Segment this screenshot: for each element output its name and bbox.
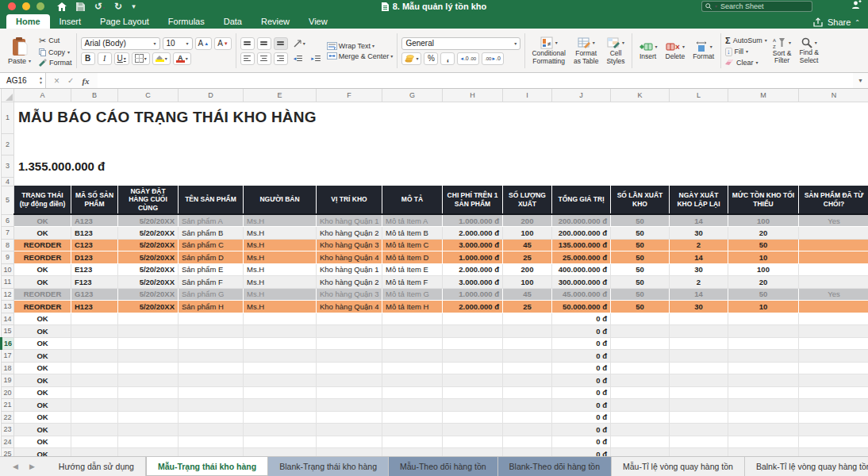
cell-A20[interactable]: OK xyxy=(14,386,71,399)
cell-I6[interactable]: 200 xyxy=(503,214,552,227)
cell-H7[interactable]: 2.000.000 đ xyxy=(443,227,503,240)
cell-D7[interactable]: Sản phẩm B xyxy=(179,227,244,240)
cell-G8[interactable]: Mô tả Item C xyxy=(382,239,443,251)
cell-L24[interactable] xyxy=(670,436,728,448)
cell-K24[interactable] xyxy=(611,436,670,448)
row-header-9[interactable]: 9 xyxy=(2,251,14,264)
cell-K8[interactable]: 50 xyxy=(611,239,670,251)
cell-F16[interactable] xyxy=(317,337,382,350)
cell-N19[interactable] xyxy=(799,374,868,387)
cell-L19[interactable] xyxy=(670,374,728,387)
close-window-button[interactable] xyxy=(8,2,16,10)
cell-H13[interactable]: 2.000.000 đ xyxy=(443,301,503,313)
ribbon-options-icon[interactable]: ▾ xyxy=(132,3,136,10)
cell-J9[interactable]: 25.000.000 đ xyxy=(552,251,611,264)
cell-E12[interactable]: Ms.H xyxy=(244,288,317,301)
cell-E20[interactable] xyxy=(244,386,317,399)
cell-L10[interactable]: 30 xyxy=(670,263,728,276)
cell-K6[interactable]: 50 xyxy=(611,214,670,227)
table-header-C[interactable]: NGÀY ĐẶT HÀNG CUỐI CÙNG xyxy=(118,186,179,214)
cell-G21[interactable] xyxy=(382,399,443,412)
increase-font-button[interactable]: A▲ xyxy=(195,37,213,50)
cell-L18[interactable] xyxy=(670,362,728,374)
cell-H8[interactable]: 3.000.000 đ xyxy=(443,239,503,251)
cell-A22[interactable]: OK xyxy=(14,411,71,424)
cell-G10[interactable]: Mô tả Item E xyxy=(382,263,443,276)
cell-I9[interactable]: 25 xyxy=(503,251,552,264)
cell-B14[interactable] xyxy=(71,313,118,325)
col-header-E[interactable]: E xyxy=(244,89,317,102)
cell-N8[interactable] xyxy=(799,239,868,251)
borders-button[interactable]: ▾ xyxy=(132,52,150,65)
expand-formula-bar-icon[interactable]: ▼ xyxy=(853,78,868,83)
cell-M15[interactable] xyxy=(728,325,799,338)
cell-I19[interactable] xyxy=(503,374,552,387)
cell-F21[interactable] xyxy=(317,399,382,412)
cell-L25[interactable] xyxy=(670,448,728,457)
cell-C20[interactable] xyxy=(118,386,179,399)
cell-I22[interactable] xyxy=(503,411,552,424)
cell-C24[interactable] xyxy=(118,436,179,448)
cell-K12[interactable]: 50 xyxy=(611,288,670,301)
cell-D22[interactable] xyxy=(179,411,244,424)
row-header-7[interactable]: 7 xyxy=(2,227,14,240)
cell-C23[interactable] xyxy=(118,424,179,436)
cell-F22[interactable] xyxy=(317,411,382,424)
col-header-C[interactable]: C xyxy=(118,89,179,102)
cell-C13[interactable]: 5/20/20XX xyxy=(118,301,179,313)
cell-I23[interactable] xyxy=(503,424,552,436)
cell-styles-button[interactable]: ▾ Cell Styles xyxy=(604,36,627,65)
find-select-button[interactable]: ▾ Find & Select xyxy=(797,37,821,64)
cell-H22[interactable] xyxy=(443,411,503,424)
cell-G11[interactable]: Mô tả Item F xyxy=(382,276,443,289)
delete-cells-button[interactable]: ×▾ Delete xyxy=(663,41,688,60)
cell-I10[interactable]: 200 xyxy=(503,263,552,276)
total-value[interactable]: 1.355.000.000 đ xyxy=(14,155,244,177)
col-header-F[interactable]: F xyxy=(317,89,382,102)
decrease-indent-button[interactable]: ◂ xyxy=(290,52,306,65)
row-header-14[interactable]: 14 xyxy=(2,313,14,325)
table-header-H[interactable]: CHI PHÍ TRÊN 1 SẢN PHẨM xyxy=(443,186,503,214)
cell-E25[interactable] xyxy=(244,448,317,457)
minimize-window-button[interactable] xyxy=(22,2,30,10)
cell-L22[interactable] xyxy=(670,411,728,424)
col-header-D[interactable]: D xyxy=(179,89,244,102)
cell-N6[interactable]: Yes xyxy=(799,214,868,227)
cell-C11[interactable]: 5/20/20XX xyxy=(118,276,179,289)
table-header-E[interactable]: NGƯỜI BÁN xyxy=(244,186,317,214)
conditional-formatting-button[interactable]: ≠▾ Conditional Formatting xyxy=(529,36,568,65)
row-header-19[interactable]: 19 xyxy=(2,374,14,387)
cell-M7[interactable]: 20 xyxy=(728,227,799,240)
cell-I16[interactable] xyxy=(503,337,552,350)
cell-K13[interactable]: 50 xyxy=(611,301,670,313)
cell-A11[interactable]: OK xyxy=(14,276,71,289)
cell-F19[interactable] xyxy=(317,374,382,387)
sheet-tab-active[interactable]: Mẫu-Trạng thái kho hàng xyxy=(146,457,268,476)
cell-B7[interactable]: B123 xyxy=(71,227,118,240)
cell-F12[interactable]: Kho hàng Quận 3 xyxy=(317,288,382,301)
currency-button[interactable]: ▾ xyxy=(401,52,421,65)
report-title[interactable]: MẪU BÁO CÁO TRẠNG THÁI KHO HÀNG xyxy=(14,102,382,133)
cell-A24[interactable]: OK xyxy=(14,436,71,448)
cell-F23[interactable] xyxy=(317,424,382,436)
cell-C14[interactable] xyxy=(118,313,179,325)
cell-E16[interactable] xyxy=(244,337,317,350)
cell-E21[interactable] xyxy=(244,399,317,412)
cell-L16[interactable] xyxy=(670,337,728,350)
cell-D18[interactable] xyxy=(179,362,244,374)
cell-M12[interactable]: 50 xyxy=(728,288,799,301)
cell-I12[interactable]: 45 xyxy=(503,288,552,301)
ribbon-tab-review[interactable]: Review xyxy=(252,14,299,29)
cell-D8[interactable]: Sản phẩm C xyxy=(179,239,244,251)
cell-M17[interactable] xyxy=(728,350,799,363)
merge-center-button[interactable]: Merge & Center▾ xyxy=(327,52,394,60)
cell-K21[interactable] xyxy=(611,399,670,412)
cell-E18[interactable] xyxy=(244,362,317,374)
cell-D9[interactable]: Sản phẩm D xyxy=(179,251,244,264)
percent-button[interactable]: % xyxy=(424,52,438,65)
cell-I14[interactable] xyxy=(503,313,552,325)
cell-F15[interactable] xyxy=(317,325,382,338)
cell-L8[interactable]: 2 xyxy=(670,239,728,251)
cancel-entry-icon[interactable]: × xyxy=(54,75,60,86)
cell-E8[interactable]: Ms.H xyxy=(244,239,317,251)
